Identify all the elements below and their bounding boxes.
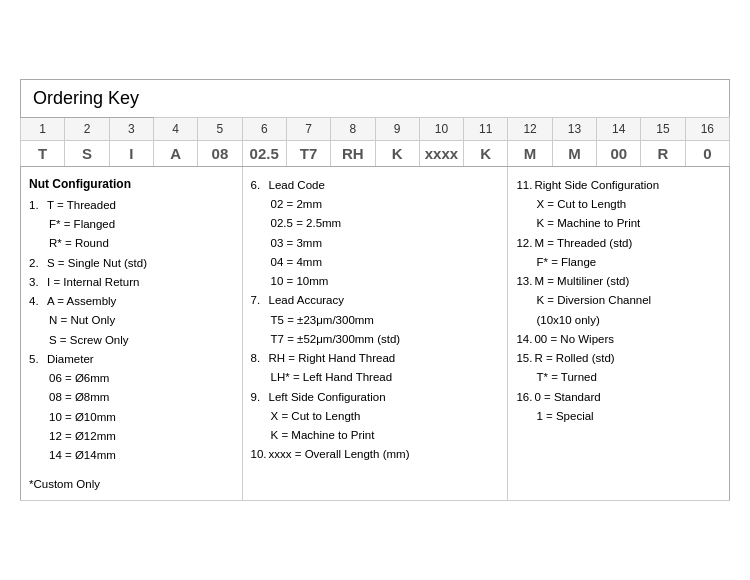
col-num-14: 14 xyxy=(597,117,641,140)
list-item: 10 = 10mm xyxy=(251,273,500,290)
col-val-2: S xyxy=(65,140,109,166)
list-item: 14 = Ø14mm xyxy=(29,447,234,464)
list-item: T7 = ±52μm/300mm (std) xyxy=(251,331,500,348)
list-item: 9.Left Side Configuration xyxy=(251,389,500,406)
list-item: 5.Diameter xyxy=(29,351,234,368)
col-num-9: 9 xyxy=(375,117,419,140)
col-num-12: 12 xyxy=(508,117,552,140)
list-item: 12.M = Threaded (std) xyxy=(516,235,721,252)
section1-cell: Nut Configuration 1.T = ThreadedF* = Fla… xyxy=(21,166,243,501)
col-num-5: 5 xyxy=(198,117,242,140)
col-val-15: R xyxy=(641,140,685,166)
title-row: Ordering Key xyxy=(21,79,730,117)
custom-note: *Custom Only xyxy=(29,478,234,490)
list-item: F* = Flange xyxy=(516,254,721,271)
section2-cell: 6.Lead Code02 = 2mm02.5 = 2.5mm03 = 3mm0… xyxy=(242,166,508,501)
list-item: 14.00 = No Wipers xyxy=(516,331,721,348)
section1-list: 1.T = ThreadedF* = FlangedR* = Round2.S … xyxy=(29,197,234,465)
list-item: R* = Round xyxy=(29,235,234,252)
content-row: Nut Configuration 1.T = ThreadedF* = Fla… xyxy=(21,166,730,501)
list-item: 13.M = Multiliner (std) xyxy=(516,273,721,290)
col-val-11: K xyxy=(464,140,508,166)
list-item: K = Machine to Print xyxy=(251,427,500,444)
col-num-11: 11 xyxy=(464,117,508,140)
col-num-3: 3 xyxy=(109,117,153,140)
list-item: 7.Lead Accuracy xyxy=(251,292,500,309)
list-item: LH* = Left Hand Thread xyxy=(251,369,500,386)
col-num-8: 8 xyxy=(331,117,375,140)
col-num-6: 6 xyxy=(242,117,286,140)
col-val-7: T7 xyxy=(286,140,330,166)
col-num-10: 10 xyxy=(419,117,463,140)
col-num-1: 1 xyxy=(21,117,65,140)
col-val-12: M xyxy=(508,140,552,166)
section1-heading: Nut Configuration xyxy=(29,177,234,191)
col-val-3: I xyxy=(109,140,153,166)
list-item: 10 = Ø10mm xyxy=(29,409,234,426)
list-item: N = Nut Only xyxy=(29,312,234,329)
list-item: 06 = Ø6mm xyxy=(29,370,234,387)
col-num-7: 7 xyxy=(286,117,330,140)
col-val-8: RH xyxy=(331,140,375,166)
list-item: 15.R = Rolled (std) xyxy=(516,350,721,367)
list-item: 08 = Ø8mm xyxy=(29,389,234,406)
list-item: K = Diversion Channel xyxy=(516,292,721,309)
list-item: F* = Flanged xyxy=(29,216,234,233)
col-num-16: 16 xyxy=(685,117,729,140)
list-item: 2.S = Single Nut (std) xyxy=(29,255,234,272)
col-num-4: 4 xyxy=(153,117,197,140)
list-item: 6.Lead Code xyxy=(251,177,500,194)
section3-list: 11.Right Side ConfigurationX = Cut to Le… xyxy=(516,177,721,425)
list-item: X = Cut to Length xyxy=(251,408,500,425)
list-item: 11.Right Side Configuration xyxy=(516,177,721,194)
col-val-4: A xyxy=(153,140,197,166)
list-item: 02.5 = 2.5mm xyxy=(251,215,500,232)
list-item: 3.I = Internal Return xyxy=(29,274,234,291)
list-item: S = Screw Only xyxy=(29,332,234,349)
col-val-16: 0 xyxy=(685,140,729,166)
col-val-10: xxxx xyxy=(419,140,463,166)
col-val-14: 00 xyxy=(597,140,641,166)
list-item: 1 = Special xyxy=(516,408,721,425)
list-item: 8.RH = Right Hand Thread xyxy=(251,350,500,367)
section2-list: 6.Lead Code02 = 2mm02.5 = 2.5mm03 = 3mm0… xyxy=(251,177,500,464)
table-title: Ordering Key xyxy=(21,79,154,117)
list-item: T* = Turned xyxy=(516,369,721,386)
list-item: 10.xxxx = Overall Length (mm) xyxy=(251,446,500,463)
col-val-9: K xyxy=(375,140,419,166)
col-val-1: T xyxy=(21,140,65,166)
ordering-key-table: Ordering Key 1 2 3 4 5 6 7 8 9 10 11 12 … xyxy=(20,79,730,502)
list-item: (10x10 only) xyxy=(516,312,721,329)
list-item: 04 = 4mm xyxy=(251,254,500,271)
list-item: 03 = 3mm xyxy=(251,235,500,252)
col-num-13: 13 xyxy=(552,117,596,140)
list-item: T5 = ±23μm/300mm xyxy=(251,312,500,329)
col-val-13: M xyxy=(552,140,596,166)
list-item: 16.0 = Standard xyxy=(516,389,721,406)
list-item: 02 = 2mm xyxy=(251,196,500,213)
list-item: 12 = Ø12mm xyxy=(29,428,234,445)
col-num-2: 2 xyxy=(65,117,109,140)
column-numbers-row: 1 2 3 4 5 6 7 8 9 10 11 12 13 14 15 16 xyxy=(21,117,730,140)
list-item: 1.T = Threaded xyxy=(29,197,234,214)
list-item: 4.A = Assembly xyxy=(29,293,234,310)
list-item: K = Machine to Print xyxy=(516,215,721,232)
column-values-row: T S I A 08 02.5 T7 RH K xxxx K M M 00 R … xyxy=(21,140,730,166)
col-val-6: 02.5 xyxy=(242,140,286,166)
list-item: X = Cut to Length xyxy=(516,196,721,213)
col-num-15: 15 xyxy=(641,117,685,140)
section3-cell: 11.Right Side ConfigurationX = Cut to Le… xyxy=(508,166,730,501)
col-val-5: 08 xyxy=(198,140,242,166)
